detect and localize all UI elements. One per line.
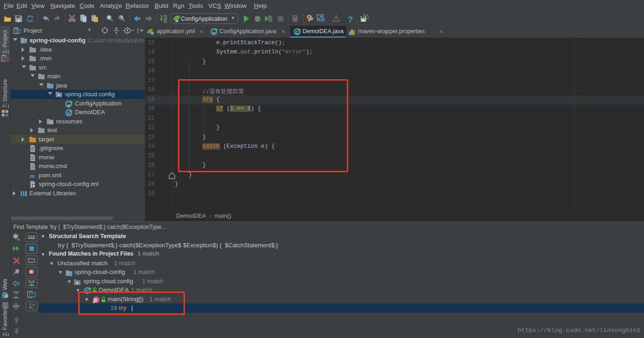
svg-text:01: 01 — [164, 20, 167, 23]
svg-text:C: C — [296, 30, 299, 35]
svg-text:?: ? — [348, 15, 353, 24]
svg-text:m: m — [30, 173, 35, 179]
